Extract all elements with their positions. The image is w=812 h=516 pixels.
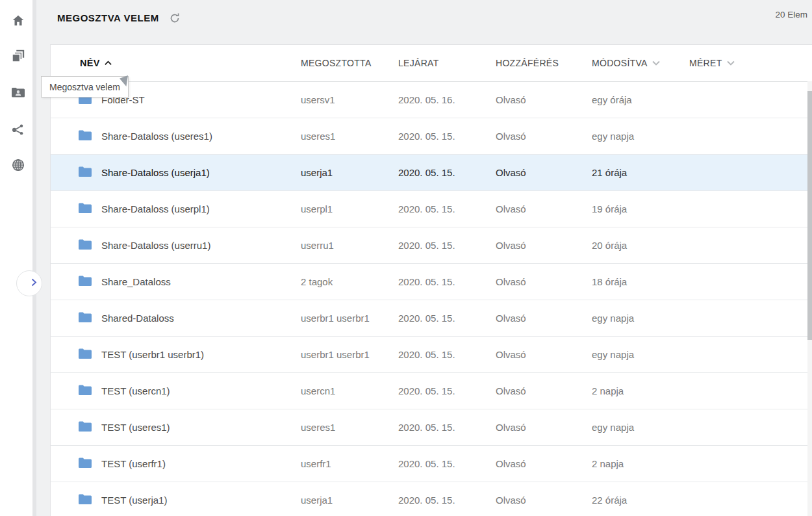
row-name-label: Share-Dataloss (userru1) (101, 240, 210, 251)
sidebar-item-home[interactable] (10, 13, 26, 29)
row-name-label: TEST (userfr1) (101, 458, 166, 469)
folder-icon (79, 421, 92, 433)
refresh-button[interactable] (169, 12, 181, 24)
column-header-label: MÉRET (689, 58, 722, 68)
cell-expiry: 2020. 05. 15. (398, 458, 496, 469)
table-row[interactable]: Shared-Dataloss userbr1 userbr1 2020. 05… (51, 300, 812, 337)
table-row[interactable]: TEST (userja1) userja1 2020. 05. 15. Olv… (51, 482, 812, 516)
folder-icon (79, 458, 92, 470)
table-row[interactable]: Share-Dataloss (userpl1) userpl1 2020. 0… (51, 191, 812, 227)
cell-modified: egy napja (592, 313, 689, 324)
folder-icon (79, 203, 92, 215)
column-header-label: HOZZÁFÉRÉS (496, 58, 559, 68)
column-header-label: NÉV (80, 58, 100, 68)
table-row[interactable]: TEST (userbr1 userbr1) userbr1 userbr1 2… (51, 337, 812, 373)
row-name-label: Share-Dataloss (useres1) (101, 131, 212, 142)
cell-access: Olvasó (496, 385, 592, 396)
folder-icon (79, 385, 92, 397)
cell-modified: 2 napja (592, 458, 689, 469)
cell-shared-by: userbr1 userbr1 (301, 313, 398, 324)
cell-name: Share-Dataloss (userpl1) (51, 203, 301, 215)
cell-access: Olvasó (496, 131, 592, 142)
cell-expiry: 2020. 05. 16. (398, 94, 496, 105)
row-name-label: TEST (usercn1) (101, 385, 170, 396)
cell-expiry: 2020. 05. 15. (398, 131, 496, 142)
cell-expiry: 2020. 05. 15. (398, 276, 496, 287)
column-header[interactable]: LEJÁRAT (398, 58, 496, 68)
cell-expiry: 2020. 05. 15. (398, 495, 496, 506)
row-name-label: TEST (userbr1 userbr1) (101, 349, 204, 360)
cell-access: Olvasó (496, 495, 592, 506)
column-header[interactable]: MEGOSZTOTTA (301, 58, 398, 68)
column-header-label: LEJÁRAT (398, 58, 439, 68)
rows-container: Folder-ST usersv1 2020. 05. 16. Olvasó e… (51, 82, 812, 516)
column-header[interactable]: MÉRET (689, 58, 812, 68)
row-name-label: Shared-Dataloss (101, 313, 174, 324)
folder-icon (79, 130, 92, 142)
chevron-right-icon (31, 277, 37, 289)
cell-access: Olvasó (496, 276, 592, 287)
sidebar-item-collections[interactable] (10, 48, 26, 64)
column-header[interactable]: MÓDOSÍTVA (592, 58, 689, 68)
table-row[interactable]: Share-Dataloss (userja1) userja1 2020. 0… (51, 155, 812, 191)
cell-modified: 21 órája (592, 167, 689, 178)
table-row[interactable]: TEST (usercn1) usercn1 2020. 05. 15. Olv… (51, 373, 812, 409)
cell-shared-by: 2 tagok (301, 276, 398, 287)
globe-icon (11, 158, 25, 172)
vertical-scrollbar[interactable] (807, 81, 812, 516)
sidebar-item-global[interactable] (10, 157, 26, 173)
cell-name: TEST (userfr1) (51, 458, 301, 470)
scrollbar-thumb[interactable] (807, 91, 812, 340)
row-name-label: Share-Dataloss (userpl1) (101, 203, 210, 214)
cell-access: Olvasó (496, 240, 592, 251)
cell-modified: 22 órája (592, 495, 689, 506)
table-row[interactable]: TEST (useres1) useres1 2020. 05. 15. Olv… (51, 409, 812, 446)
table-row[interactable]: TEST (userfr1) userfr1 2020. 05. 15. Olv… (51, 446, 812, 482)
sidebar-item-shared-with-me[interactable] (10, 84, 26, 100)
folder-icon (79, 239, 92, 252)
table-header-row: NÉVMEGOSZTOTTALEJÁRATHOZZÁFÉRÉSMÓDOSÍTVA… (51, 45, 812, 82)
page-title: MEGOSZTVA VELEM (57, 12, 159, 23)
column-header[interactable]: NÉV (51, 58, 301, 68)
sidebar-expand-button[interactable] (16, 270, 42, 296)
table-row[interactable]: Share-Dataloss (useres1) useres1 2020. 0… (51, 118, 812, 155)
cell-access: Olvasó (496, 203, 592, 214)
chevron-down-icon (652, 60, 660, 66)
folder-icon (79, 312, 92, 324)
table-row[interactable]: Share-Dataloss (userru1) userru1 2020. 0… (51, 227, 812, 264)
cell-name: TEST (usercn1) (51, 385, 301, 397)
cell-shared-by: usersv1 (301, 94, 398, 105)
column-header[interactable]: HOZZÁFÉRÉS (496, 58, 592, 68)
cell-modified: 18 órája (592, 276, 689, 287)
cell-access: Olvasó (496, 458, 592, 469)
cell-expiry: 2020. 05. 15. (398, 422, 496, 433)
cell-access: Olvasó (496, 422, 592, 433)
cell-access: Olvasó (496, 167, 592, 178)
cell-name: TEST (userbr1 userbr1) (51, 348, 301, 361)
folder-icon (79, 494, 92, 506)
cell-modified: 2 napja (592, 385, 689, 396)
cell-access: Olvasó (496, 313, 592, 324)
cell-shared-by: userru1 (301, 240, 398, 251)
cell-shared-by: userja1 (301, 167, 398, 178)
top-bar: MEGOSZTVA VELEM 20 Elem (36, 0, 812, 44)
cell-modified: egy napja (592, 349, 689, 360)
sidebar-item-share[interactable] (10, 122, 26, 137)
caret-up-icon (105, 60, 112, 66)
item-count: 20 Elem (775, 10, 807, 19)
cell-access: Olvasó (496, 94, 592, 105)
table-row[interactable]: Share_Dataloss 2 tagok 2020. 05. 15. Olv… (51, 264, 812, 300)
cell-name: Share-Dataloss (userja1) (51, 166, 301, 179)
cell-name: TEST (userja1) (51, 494, 301, 506)
row-name-label: TEST (useres1) (101, 422, 170, 433)
cell-shared-by: useres1 (301, 422, 398, 433)
shared-with-me-table: NÉVMEGOSZTOTTALEJÁRATHOZZÁFÉRÉSMÓDOSÍTVA… (50, 44, 812, 516)
cell-shared-by: usercn1 (301, 385, 398, 396)
cell-modified: egy napja (592, 131, 689, 142)
cell-name: Shared-Dataloss (51, 312, 301, 324)
cell-expiry: 2020. 05. 15. (398, 167, 496, 178)
table-row[interactable]: Folder-ST usersv1 2020. 05. 16. Olvasó e… (51, 82, 812, 118)
folder-icon (79, 276, 92, 288)
home-icon (11, 14, 25, 28)
chevron-down-icon (727, 60, 735, 66)
